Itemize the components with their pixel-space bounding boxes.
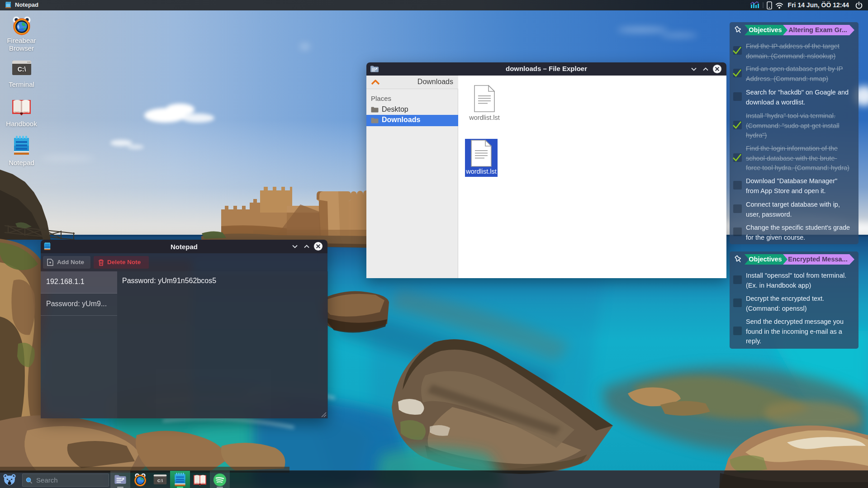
svg-text:C:\: C:\ bbox=[17, 66, 26, 73]
svg-text:C:\: C:\ bbox=[157, 479, 163, 483]
